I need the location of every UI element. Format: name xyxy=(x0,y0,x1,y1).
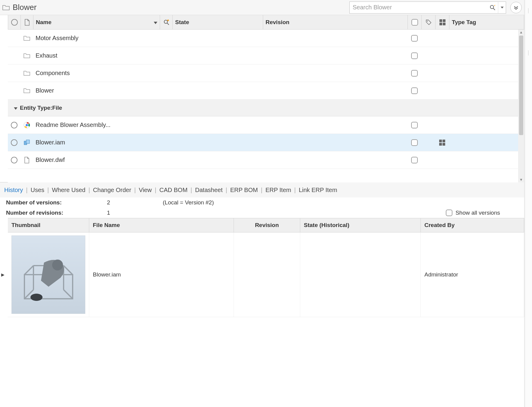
header-state-historical[interactable]: State (Historical) xyxy=(300,218,421,232)
search-input[interactable] xyxy=(350,3,487,12)
scroll-up-icon[interactable]: ▲ xyxy=(518,30,524,35)
row-check[interactable] xyxy=(408,47,421,64)
scroll-thumb[interactable] xyxy=(519,36,523,135)
row-check[interactable] xyxy=(408,116,421,134)
row-check[interactable] xyxy=(408,82,421,99)
tab-separator: | xyxy=(225,187,227,194)
svg-point-0 xyxy=(490,5,494,8)
row-name: Motor Assembly xyxy=(33,30,160,47)
row-radio[interactable] xyxy=(8,47,20,64)
file-row[interactable]: Blower.dwf xyxy=(8,151,524,169)
header-type-tag-label: Type Tag xyxy=(452,19,476,26)
header-created-by[interactable]: Created By xyxy=(421,218,524,232)
tab-history[interactable]: History xyxy=(4,187,23,194)
file-type-icon xyxy=(20,134,33,151)
tab-uses[interactable]: Uses xyxy=(30,187,44,194)
file-row[interactable]: Readme Blower Assembly... xyxy=(8,116,524,134)
thumbnail-image xyxy=(11,235,85,314)
history-state xyxy=(300,232,421,317)
tab-erp-item[interactable]: ERP Item xyxy=(266,187,291,194)
header-grid-icon[interactable] xyxy=(436,15,449,29)
header-tag-icon[interactable] xyxy=(422,15,436,29)
header-name[interactable]: Name xyxy=(33,15,160,29)
tab-cad-bom[interactable]: CAD BOM xyxy=(159,187,187,194)
row-radio[interactable] xyxy=(8,134,20,151)
row-name: Exhaust xyxy=(33,47,160,64)
row-name: Components xyxy=(33,65,160,82)
history-thumbnail-cell xyxy=(8,232,89,317)
row-check[interactable] xyxy=(408,151,421,169)
scroll-down-icon[interactable]: ▼ xyxy=(518,177,524,182)
meta-versions: Number of versions: 2 (Local = Version #… xyxy=(0,197,524,208)
meta-revisions: Number of revisions: 1 Show all versions xyxy=(0,208,524,218)
row-check[interactable] xyxy=(408,134,421,151)
show-all-checkbox[interactable] xyxy=(446,210,452,216)
tab-change-order[interactable]: Change Order xyxy=(93,187,131,194)
revisions-label: Number of revisions: xyxy=(6,210,90,216)
header-check[interactable] xyxy=(408,15,422,29)
group-row-file[interactable]: Entity Type:File xyxy=(8,99,524,116)
header-hist-revision[interactable]: Revision xyxy=(234,218,300,232)
header-state[interactable]: State xyxy=(173,15,263,29)
tab-link-erp-item[interactable]: Link ERP Item xyxy=(299,187,337,194)
tab-separator: | xyxy=(294,187,296,194)
folder-row[interactable]: Motor Assembly xyxy=(8,30,524,47)
file-grid: Name State Revision xyxy=(0,15,524,182)
folder-row[interactable]: Components xyxy=(8,65,524,82)
header-state-label: State xyxy=(175,19,189,26)
search-box xyxy=(349,2,506,14)
svg-point-20 xyxy=(30,294,42,301)
chevron-down-icon xyxy=(14,105,20,111)
history-revision xyxy=(234,232,300,317)
folder-icon xyxy=(20,65,33,82)
tab-separator: | xyxy=(190,187,192,194)
history-row[interactable]: ▶ xyxy=(8,232,524,317)
header-thumbnail[interactable]: Thumbnail xyxy=(8,218,89,232)
folder-icon xyxy=(20,30,33,47)
show-all-versions[interactable]: Show all versions xyxy=(446,210,518,216)
tab-datasheet[interactable]: Datasheet xyxy=(195,187,222,194)
row-radio[interactable] xyxy=(8,82,20,99)
row-radio[interactable] xyxy=(8,30,20,47)
row-radio[interactable] xyxy=(8,151,20,169)
svg-line-4 xyxy=(167,23,169,25)
versions-note: (Local = Version #2) xyxy=(163,199,214,206)
row-radio[interactable] xyxy=(8,65,20,82)
history-file-name: Blower.iam xyxy=(89,232,234,317)
row-check[interactable] xyxy=(408,30,421,47)
detail-tabs: History|Uses|Where Used|Change Order|Vie… xyxy=(0,182,524,197)
row-check[interactable] xyxy=(408,65,421,82)
tab-where-used[interactable]: Where Used xyxy=(52,187,85,194)
tab-erp-bom[interactable]: ERP BOM xyxy=(230,187,258,194)
side-panel-sliver: ││ xyxy=(525,0,532,407)
search-button[interactable] xyxy=(487,2,498,13)
header-modified-icon[interactable] xyxy=(160,15,173,29)
svg-rect-10 xyxy=(26,140,30,144)
svg-point-19 xyxy=(52,260,63,270)
header-file-icon xyxy=(21,15,33,29)
expand-down-button[interactable] xyxy=(510,2,522,13)
folder-row[interactable]: Exhaust xyxy=(8,47,524,65)
group-label: Entity Type:File xyxy=(20,105,62,111)
grid-scrollbar[interactable]: ▲ ▼ xyxy=(518,30,524,182)
tab-separator: | xyxy=(88,187,90,194)
tab-separator: | xyxy=(47,187,49,194)
header-revision[interactable]: Revision xyxy=(263,15,408,29)
tab-separator: | xyxy=(261,187,263,194)
file-row[interactable]: Blower.iam xyxy=(8,134,524,151)
header-file-name[interactable]: File Name xyxy=(89,218,234,232)
header-select-radio[interactable] xyxy=(8,15,21,29)
header-name-label: Name xyxy=(36,19,52,26)
svg-point-5 xyxy=(167,19,169,21)
svg-line-13 xyxy=(64,266,73,275)
search-dropdown-button[interactable] xyxy=(498,2,506,13)
svg-line-12 xyxy=(24,266,33,275)
row-name: Readme Blower Assembly... xyxy=(33,116,160,134)
svg-line-1 xyxy=(493,8,495,10)
header-type-tag[interactable]: Type Tag xyxy=(449,15,524,29)
svg-line-16 xyxy=(64,290,73,299)
row-radio[interactable] xyxy=(8,116,20,134)
tab-view[interactable]: View xyxy=(139,187,152,194)
folder-row[interactable]: Blower xyxy=(8,82,524,99)
svg-point-6 xyxy=(427,21,428,21)
